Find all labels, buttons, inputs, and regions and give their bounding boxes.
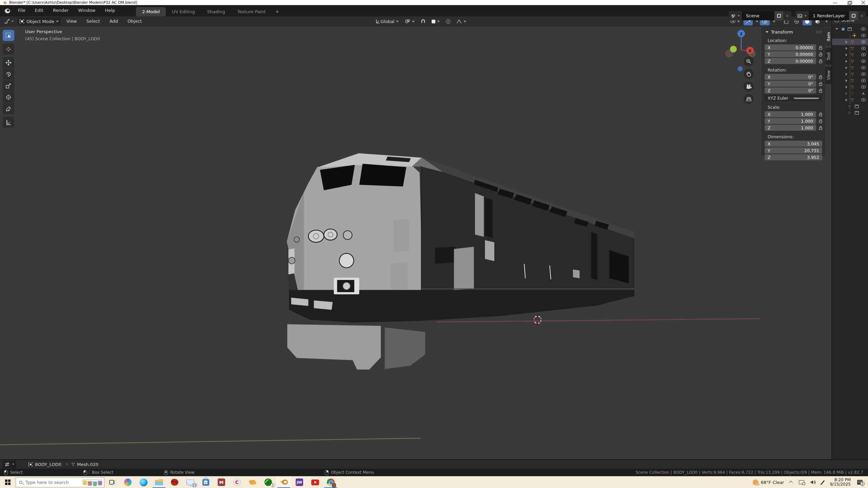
breadcrumb-object-name[interactable]: BODY_LOD0 [35, 462, 61, 467]
tool-select-box[interactable] [3, 30, 14, 41]
eye-icon[interactable] [861, 53, 866, 56]
taskbar-app-c[interactable]: C [229, 476, 245, 488]
transform-panel-header[interactable]: Transform [762, 28, 825, 35]
notification-center-button[interactable]: 2 [857, 480, 863, 485]
editor-type-selector[interactable] [2, 17, 16, 25]
lock-icon[interactable] [818, 59, 823, 63]
menu-object[interactable]: Object [123, 17, 146, 25]
workspace-tab-shading[interactable]: Shading [201, 7, 231, 16]
rotation-mode-dropdown[interactable]: XYZ Euler [765, 95, 822, 101]
outliner-row-mesh[interactable]: ▽ [832, 71, 868, 77]
eye-icon[interactable] [861, 66, 866, 69]
outliner-row-mesh[interactable]: ▽ [832, 97, 868, 103]
location-z-field[interactable]: Z0.00000 [765, 58, 816, 64]
location-y-field[interactable]: Y0.00000 [765, 51, 816, 57]
workspace-tab-texture-paint[interactable]: Texture Paint [231, 7, 272, 16]
outliner-row-mesh[interactable]: ▽ [832, 64, 868, 71]
eye-closed-icon[interactable] [861, 92, 866, 95]
eye-icon[interactable] [861, 40, 866, 43]
tool-cursor[interactable] [3, 43, 14, 55]
close-button[interactable] [861, 1, 866, 5]
expand-icon[interactable] [835, 28, 838, 30]
new-render-layer-button[interactable] [849, 11, 858, 20]
taskbar-app-mail[interactable]: 25 [182, 476, 198, 488]
tray-pen-button[interactable] [822, 480, 823, 485]
taskbar-app-file-explorer[interactable] [151, 476, 167, 488]
sidebar-tab-item[interactable]: Item [825, 27, 832, 46]
taskbar-clock[interactable]: 8:20 PM 9/15/2025 [830, 478, 851, 487]
scale-y-field[interactable]: Y1.000 [765, 118, 816, 124]
menu-file[interactable]: File [13, 6, 30, 15]
lock-icon[interactable] [818, 82, 823, 86]
viewport-zoom-button[interactable] [744, 56, 754, 66]
unlink-scene-button[interactable]: × [783, 11, 791, 20]
outliner-row-empty[interactable] [832, 32, 868, 39]
eye-icon[interactable] [861, 34, 866, 37]
tool-annotate[interactable] [3, 103, 14, 114]
location-x-field[interactable]: X0.00000 [765, 44, 816, 50]
pivot-point-dropdown[interactable] [402, 17, 417, 25]
start-button[interactable] [0, 476, 16, 488]
expand-icon[interactable] [846, 60, 847, 63]
eye-icon[interactable] [861, 79, 866, 82]
collection-checkbox[interactable] [848, 111, 851, 115]
taskbar-app-edge[interactable] [136, 476, 151, 488]
eye-icon[interactable] [861, 47, 866, 50]
proportional-falloff-dropdown[interactable] [454, 17, 469, 25]
rotation-z-field[interactable]: Z0° [765, 87, 816, 94]
eye-icon[interactable] [861, 85, 866, 88]
outliner-row-mesh[interactable]: ▽ [832, 58, 868, 64]
menu-view[interactable]: View [62, 17, 81, 25]
sidebar-tab-tool[interactable]: Tool [825, 48, 832, 65]
expand-icon[interactable] [846, 41, 847, 43]
task-view-button[interactable] [104, 476, 120, 488]
drag-handle-icon[interactable] [816, 30, 822, 34]
tool-transform[interactable] [3, 92, 14, 103]
remove-render-layer-button[interactable]: × [858, 11, 866, 20]
dimensions-y-field[interactable]: Y20.731 [765, 147, 822, 154]
eye-icon[interactable] [861, 60, 866, 63]
eye-icon[interactable] [861, 27, 866, 30]
dimensions-x-field[interactable]: X3.045 [765, 141, 822, 147]
menu-render[interactable]: Render [48, 6, 73, 15]
menu-window[interactable]: Window [73, 6, 100, 15]
eye-icon[interactable] [861, 73, 866, 76]
outliner-row-mesh[interactable]: ▽ [832, 45, 868, 52]
tool-move[interactable] [3, 57, 14, 68]
lock-icon[interactable] [818, 126, 823, 130]
tool-measure[interactable] [3, 117, 14, 128]
expand-icon[interactable] [846, 86, 847, 88]
lock-icon[interactable] [818, 119, 823, 123]
outliner-row-collection-2[interactable] [832, 103, 868, 109]
lock-icon[interactable] [818, 45, 823, 50]
expand-icon[interactable] [846, 79, 847, 82]
taskbar-app-m[interactable]: M [214, 476, 229, 488]
transform-orientation-dropdown[interactable]: Global [373, 17, 401, 25]
add-workspace-button[interactable]: + [272, 7, 283, 16]
outliner-row-collection[interactable] [832, 26, 868, 32]
workspace-tab-uv-editing[interactable]: UV Editing [166, 7, 201, 16]
outliner-row-mesh-hidden[interactable]: ▽ [832, 90, 868, 97]
sidebar-tab-view[interactable]: View [825, 66, 832, 84]
lock-icon[interactable] [818, 112, 823, 117]
shading-options-dropdown[interactable] [825, 21, 828, 22]
blender-menu-logo-icon[interactable] [3, 8, 11, 14]
rotation-x-field[interactable]: X0° [765, 74, 816, 80]
restore-button[interactable] [847, 1, 852, 5]
navigation-gizmo[interactable]: Z X [724, 25, 759, 73]
lock-icon[interactable] [818, 52, 823, 57]
outliner-row-mesh[interactable]: ▽ [832, 77, 868, 84]
overlay-options-dropdown[interactable] [773, 21, 775, 22]
expand-icon[interactable] [846, 73, 847, 76]
taskbar-app-xbox[interactable]: 1 [260, 476, 276, 488]
minimize-button[interactable] [833, 1, 837, 5]
outliner-row-mesh[interactable]: ▽ [832, 52, 868, 58]
tray-volume-button[interactable] [810, 480, 816, 485]
proportional-editing-toggle[interactable] [443, 17, 453, 25]
dimensions-z-field[interactable]: Z3.952 [765, 154, 822, 160]
scale-x-field[interactable]: X1.000 [765, 111, 816, 117]
gizmo-options-dropdown[interactable] [756, 21, 758, 22]
breadcrumb-mesh-name[interactable]: Mesh.020 [77, 462, 98, 467]
render-layer-name[interactable]: 1 RenderLayer [809, 11, 849, 20]
collection-checkbox[interactable] [841, 27, 845, 31]
